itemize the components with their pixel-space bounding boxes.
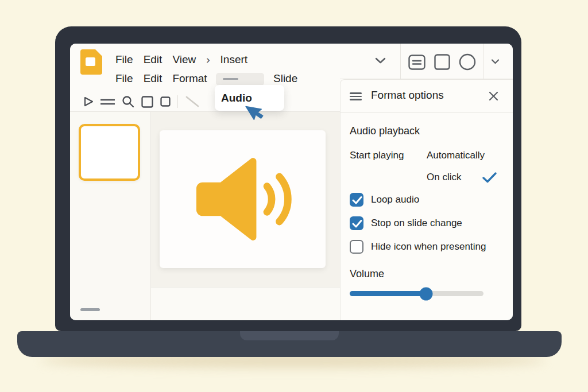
shape-circle-icon[interactable] [459, 53, 476, 71]
checkbox-icon[interactable] [350, 240, 363, 254]
toolbar-divider [177, 95, 178, 108]
option-on-click[interactable]: On click [427, 172, 461, 183]
option-automatically[interactable]: Automatically [427, 150, 485, 161]
panel-title: Format options [371, 89, 444, 102]
checkbox-hide-icon-when-presenting[interactable]: Hide icon when presenting [350, 240, 486, 254]
menu-edit-2[interactable]: Edit [144, 72, 163, 85]
selected-check-icon [482, 172, 497, 183]
slide-canvas [151, 112, 340, 287]
filmstrip-handle [80, 308, 100, 311]
laptop-base [17, 331, 562, 357]
mouse-cursor-icon [245, 101, 268, 127]
menu-format[interactable]: Format [172, 72, 207, 85]
volume-slider-fill [350, 291, 426, 296]
menu-edit[interactable]: Edit [144, 53, 163, 66]
illustration-stage: File Edit View › Insert File Edit Format… [0, 0, 588, 392]
current-slide[interactable] [160, 130, 326, 268]
header-shape-icons [408, 53, 476, 71]
chevron-down-icon[interactable] [375, 57, 386, 64]
slides-logo-icon [80, 49, 102, 75]
volume-slider[interactable] [350, 291, 483, 296]
slide-thumbnail-selected[interactable] [79, 124, 140, 181]
zoom-icon[interactable] [122, 95, 134, 108]
panel-header: Format options [341, 80, 513, 112]
menu-file[interactable]: File [115, 53, 133, 66]
menu-slide[interactable]: Slide [273, 72, 297, 85]
menu-insert[interactable]: Insert [220, 53, 248, 66]
present-icon[interactable] [84, 96, 94, 107]
undo-redo-icon[interactable] [100, 98, 115, 106]
close-icon[interactable] [489, 91, 498, 101]
shape-square-icon[interactable] [434, 54, 450, 70]
volume-label: Volume [350, 268, 384, 280]
shape-rect-large-icon[interactable] [141, 96, 153, 108]
laptop-notch [240, 331, 339, 340]
menu-insert-highlighted[interactable] [216, 73, 264, 86]
canvas-lower-strip [151, 287, 340, 320]
header-divider [400, 44, 401, 79]
menu-row-1: File Edit View › Insert [115, 53, 247, 66]
start-playing-label: Start playing [350, 150, 404, 161]
app-window: File Edit View › Insert File Edit Format… [70, 44, 513, 320]
header-divider-2 [483, 44, 483, 79]
menu-view[interactable]: View [172, 53, 196, 66]
shape-rect-small-icon[interactable] [160, 96, 171, 107]
checkbox-label: Stop on slide change [371, 218, 462, 229]
format-options-panel: Format options Audio playback Start play… [340, 79, 513, 320]
line-tool-icon[interactable] [185, 95, 200, 108]
menu-row-2: File Edit Format [115, 72, 207, 85]
menu-file-2[interactable]: File [115, 72, 133, 85]
checkbox-icon[interactable] [350, 216, 363, 230]
slide-filmstrip [70, 112, 151, 320]
checkbox-label: Loop audio [371, 194, 419, 205]
checkbox-stop-on-slide-change[interactable]: Stop on slide change [350, 216, 462, 230]
menu-icon[interactable] [350, 92, 362, 100]
chevron-down-small-icon[interactable] [491, 59, 500, 64]
checkbox-label: Hide icon when presenting [371, 241, 486, 253]
checkbox-icon[interactable] [350, 193, 363, 207]
section-audio-playback: Audio playback [350, 125, 420, 137]
menu-chevron-right-icon: › [206, 53, 210, 66]
checkbox-loop-audio[interactable]: Loop audio [350, 193, 419, 207]
dash-icon [223, 78, 238, 80]
volume-slider-thumb[interactable] [419, 287, 432, 300]
toolbar [84, 93, 200, 110]
layout-card-icon[interactable] [408, 55, 425, 70]
audio-speaker-icon[interactable] [187, 152, 299, 247]
